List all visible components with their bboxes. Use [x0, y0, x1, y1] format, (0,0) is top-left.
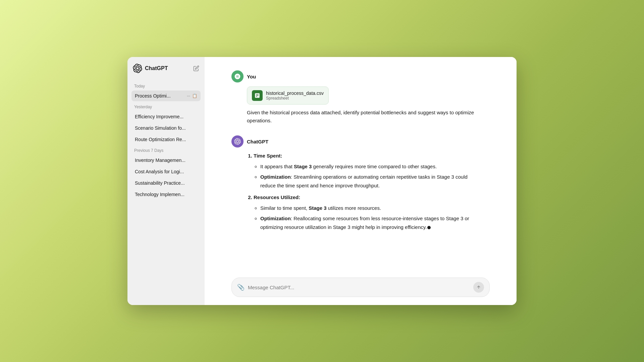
- streaming-indicator: [427, 226, 431, 229]
- sidebar-item-label: Efficiency Improveme...: [135, 114, 197, 119]
- sidebar: ChatGPT Today Process Optimi... ··· 📋 Ye…: [127, 57, 205, 305]
- input-area: 📎: [205, 272, 517, 305]
- file-attachment: historical_process_data.csv Spreadsheet: [247, 86, 329, 105]
- message-input[interactable]: [248, 285, 470, 290]
- user-avatar: [231, 70, 244, 82]
- sidebar-item-label: Scenario Simulation fo...: [135, 125, 197, 131]
- sidebar-item-label: Process Optimi...: [135, 93, 187, 99]
- chatgpt-logo-icon: [133, 64, 142, 73]
- user-message-block: You historical_process_data.csv Spreadsh…: [231, 70, 476, 125]
- response-item-1-title: Time Spent: [254, 153, 281, 159]
- sidebar-item-inventory-mgmt[interactable]: Inventory Managemen...: [131, 155, 201, 166]
- response-item-1-bullet-2: Optimization: Streamlining operations or…: [260, 173, 476, 190]
- sidebar-app-title: ChatGPT: [145, 65, 168, 71]
- gpt-response-text: Time Spent: It appears that Stage 3 gene…: [247, 152, 476, 231]
- file-info: historical_process_data.csv Spreadsheet: [266, 90, 324, 101]
- message-input-box: 📎: [231, 278, 490, 297]
- new-chat-icon[interactable]: [193, 65, 199, 71]
- gpt-sender-label: ChatGPT: [247, 139, 268, 144]
- sidebar-item-cost-analysis[interactable]: Cost Analysis for Logi...: [131, 166, 201, 177]
- gpt-avatar: [231, 135, 244, 147]
- response-item-2-bullet-2: Optimization: Reallocating some resource…: [260, 214, 476, 231]
- archive-icon[interactable]: 📋: [192, 94, 197, 98]
- gpt-message-block: ChatGPT Time Spent: It appears that Stag…: [231, 135, 476, 231]
- section-label-previous-7-days: Previous 7 Days: [131, 148, 201, 153]
- response-item-1: Time Spent: It appears that Stage 3 gene…: [254, 152, 476, 190]
- more-options-icon[interactable]: ···: [187, 94, 190, 98]
- sidebar-item-label: Inventory Managemen...: [135, 158, 197, 163]
- user-message-content: historical_process_data.csv Spreadsheet …: [247, 86, 476, 125]
- sidebar-header: ChatGPT: [131, 64, 201, 73]
- sidebar-item-label: Cost Analysis for Logi...: [135, 169, 197, 174]
- sidebar-item-process-optimi[interactable]: Process Optimi... ··· 📋: [131, 90, 201, 101]
- user-sender-label: You: [247, 74, 256, 79]
- sidebar-item-label: Technology Implemen...: [135, 192, 197, 197]
- file-type: Spreadsheet: [266, 96, 324, 101]
- response-item-2: Resources Utilized: Similar to time spen…: [254, 193, 476, 231]
- gpt-message-content: Time Spent: It appears that Stage 3 gene…: [247, 152, 476, 231]
- response-item-2-bullet-1: Similar to time spent, Stage 3 utilizes …: [260, 204, 476, 213]
- response-item-1-bullet-1: It appears that Stage 3 generally requir…: [260, 162, 476, 171]
- response-item-2-title: Resources Utilized: [254, 194, 299, 200]
- sidebar-item-label: Sustainability Practice...: [135, 180, 197, 186]
- sidebar-item-route-opt[interactable]: Route Optimization Re...: [131, 134, 201, 145]
- spreadsheet-file-icon: [252, 90, 263, 101]
- sidebar-item-efficiency-improve[interactable]: Efficiency Improveme...: [131, 111, 201, 122]
- sidebar-logo: ChatGPT: [133, 64, 168, 73]
- user-message-header: You: [231, 70, 476, 82]
- section-label-today: Today: [131, 84, 201, 88]
- sidebar-item-label: Route Optimization Re...: [135, 137, 197, 142]
- sidebar-item-scenario-sim[interactable]: Scenario Simulation fo...: [131, 123, 201, 133]
- attach-icon[interactable]: 📎: [237, 284, 245, 291]
- sidebar-item-tech-impl[interactable]: Technology Implemen...: [131, 189, 201, 200]
- chat-messages: You historical_process_data.csv Spreadsh…: [205, 57, 517, 272]
- gpt-message-header: ChatGPT: [231, 135, 476, 147]
- section-label-yesterday: Yesterday: [131, 105, 201, 109]
- sidebar-item-sustainability[interactable]: Sustainability Practice...: [131, 178, 201, 188]
- sidebar-item-actions: ··· 📋: [187, 94, 197, 98]
- user-message-text: Given the historical process data attach…: [247, 109, 476, 125]
- file-name: historical_process_data.csv: [266, 90, 324, 96]
- main-chat-area: You historical_process_data.csv Spreadsh…: [205, 57, 517, 305]
- send-button[interactable]: [473, 282, 484, 293]
- app-window: ChatGPT Today Process Optimi... ··· 📋 Ye…: [127, 57, 517, 305]
